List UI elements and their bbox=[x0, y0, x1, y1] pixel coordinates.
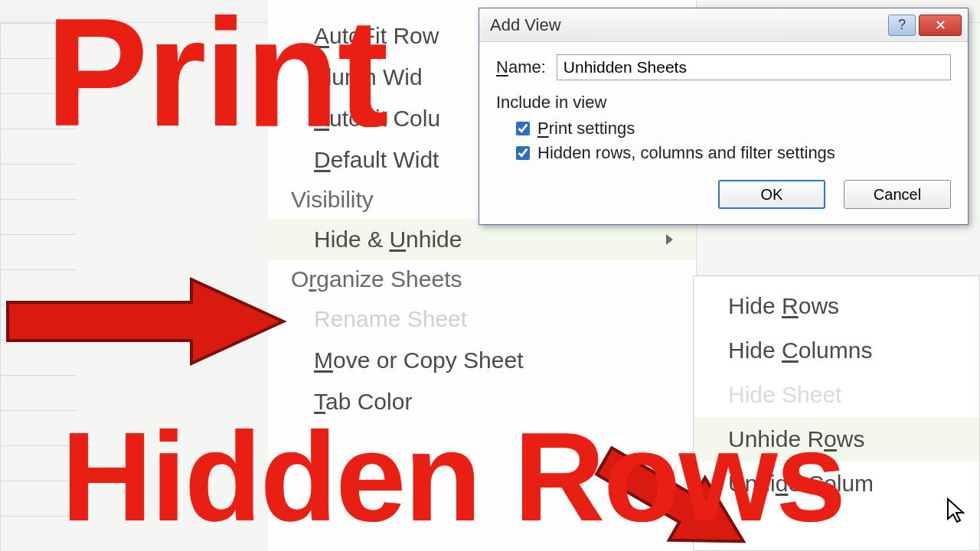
submenu-unhide-rows[interactable]: Unhide Rows bbox=[694, 417, 979, 461]
print-settings-label: Print settings bbox=[537, 119, 635, 139]
close-button[interactable]: ✕ bbox=[919, 15, 962, 36]
submenu-hide-rows[interactable]: Hide Rows bbox=[694, 284, 979, 328]
dialog-titlebar[interactable]: Add View ? ✕ bbox=[479, 8, 968, 42]
submenu-hide-columns[interactable]: Hide Columns bbox=[694, 328, 979, 373]
ok-button[interactable]: OK bbox=[718, 180, 825, 209]
name-label: Name: bbox=[496, 57, 546, 77]
close-icon: ✕ bbox=[935, 17, 946, 34]
hidden-rows-checkbox[interactable] bbox=[516, 146, 530, 160]
help-button[interactable]: ? bbox=[888, 15, 916, 36]
menu-item-move-copy[interactable]: Move or Copy Sheet bbox=[268, 340, 696, 381]
add-view-dialog: Add View ? ✕ Name: Include in view Print… bbox=[479, 8, 969, 225]
menu-item-hide-unhide[interactable]: Hide & Unhide bbox=[268, 219, 696, 260]
submenu-unhide-columns[interactable]: Unhide Colum bbox=[694, 461, 979, 506]
include-in-view-label: Include in view bbox=[496, 93, 951, 112]
menu-item-tab-color[interactable]: Tab Color bbox=[268, 381, 696, 422]
menu-item-rename-sheet[interactable]: Rename Sheet bbox=[268, 298, 696, 340]
submenu-hide-sheet[interactable]: Hide Sheet bbox=[694, 373, 979, 417]
print-settings-checkbox[interactable] bbox=[516, 122, 530, 135]
view-name-input[interactable] bbox=[557, 54, 951, 80]
hidden-rows-label: Hidden rows, columns and filter settings bbox=[537, 143, 835, 163]
help-icon: ? bbox=[898, 17, 906, 33]
submenu-arrow-icon bbox=[666, 234, 673, 245]
spreadsheet-grid bbox=[0, 23, 77, 551]
menu-section-organize: Organize Sheets bbox=[268, 260, 696, 298]
hide-unhide-submenu: Hide Rows Hide Columns Hide Sheet Unhide… bbox=[693, 276, 980, 551]
dialog-title: Add View bbox=[490, 15, 885, 35]
cancel-button[interactable]: Cancel bbox=[844, 180, 951, 209]
